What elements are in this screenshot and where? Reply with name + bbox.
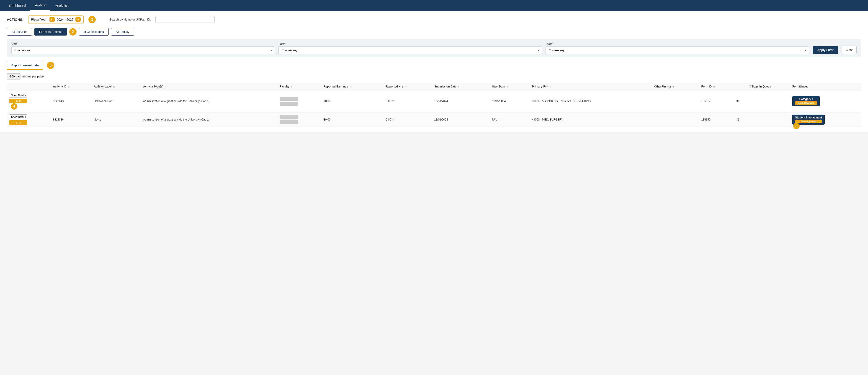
activity-label: Halloween Cat 1 [92,90,141,112]
other-units [652,112,699,127]
show-details-button[interactable]: Show Details [9,93,27,98]
form-queue-cell: Student InvolvementDept Approver3 [790,112,861,127]
reported-hrs: 0.00 hr [383,90,432,112]
fiscal-year-prev-button[interactable]: < [50,17,55,22]
step-badge-2: 2 [69,28,76,35]
form-id: 136317 [699,90,734,112]
col-header-form-queue[interactable]: Form/Queue [790,83,861,90]
submission-date: 11/01/2024 [432,112,490,127]
sort-icon-start-date: ⇅ [506,86,508,88]
table-row: Show Details🏷 048827613Halloween Cat 1Ad… [7,90,861,112]
activity-types: Administration of a grant outside the Un… [141,112,278,127]
tag-badge-button[interactable]: 🏷 0 [9,99,27,103]
sort-icon-form-id: ⇅ [713,86,715,88]
sort-icon-other-units: ⇅ [672,86,674,88]
sort-icon-activity-types: ↑ [165,86,166,88]
search-label: Search by Name or UCPath ID: [110,18,151,21]
col-header-activity-label[interactable]: Activity Label ⇅ [92,83,141,90]
sort-icon-reported-hrs: ⇅ [404,86,406,88]
activity-types: Administration of a grant outside the Un… [141,90,278,112]
per-page-row: 100 50 25 entries per page [7,73,861,80]
form-queue-sub-label: Dean Reviewer [795,101,817,105]
nav-dashboard[interactable]: Dashboard [5,0,30,11]
nav-auditor[interactable]: Auditor [30,0,50,11]
col-header-reported-hrs[interactable]: Reported Hrs ⇅ [383,83,432,90]
col-header-submission-date[interactable]: Submission Date ⇅ [432,83,490,90]
actions-row: ACTIONS: Fiscal Year: < 2024 - 2025 > 1 … [7,15,861,24]
sort-icon-faculty: ⇅ [291,86,292,88]
faculty [278,112,321,127]
fiscal-year-label: Fiscal Year: [31,18,48,21]
start-date: N/A [490,112,530,127]
tag-icon: 🏷 [16,121,18,124]
step-badge-5: 5 [47,62,54,69]
per-page-select[interactable]: 100 50 25 [7,73,21,80]
unit-filter-label: Unit: [11,42,275,45]
tag-icon: 🏷 [16,99,18,102]
tab-forms-in-process[interactable]: Forms in Process [34,28,67,35]
show-details-button[interactable]: Show Details [9,114,27,119]
col-header-days-in-queue[interactable]: # Days in Queue ⇅ [734,83,790,90]
col-header-start-date[interactable]: Start Date ⇅ [490,83,530,90]
clear-filter-button[interactable]: Clear [842,45,857,54]
step-badge-3: 3 [793,123,800,129]
activity-id: 8827613 [51,90,92,112]
sort-icon-primary-unit: ⇅ [550,86,552,88]
days-in-queue: 31 [734,112,790,127]
form-queue-label: Category I [799,97,813,101]
sort-icon-reported-earnings: ⇅ [349,86,351,88]
tag-badge-button[interactable]: 🏷 3 [9,120,27,125]
form-filter-select[interactable]: Choose any [278,46,542,54]
col-header-form-id[interactable]: Form ID ⇅ [699,83,734,90]
fiscal-year-value: 2024 - 2025 [57,18,73,22]
form-queue-label: Student Involvement [795,116,822,119]
tab-all-activities[interactable]: All Activities [7,28,32,35]
actions-label: ACTIONS: [7,18,24,22]
state-filter-label: State: [546,42,809,45]
top-navigation: Dashboard Auditor Analytics [0,0,868,11]
export-row: Export current data 5 [7,61,861,70]
form-filter-label: Form: [278,42,542,45]
fiscal-year-box: Fiscal Year: < 2024 - 2025 > [28,15,84,24]
tab-all-faculty[interactable]: All Faculty [111,28,134,35]
col-header-faculty[interactable]: Faculty ⇅ [278,83,321,90]
table-row: Show Details🏷 38828336Nov 1Administratio… [7,112,861,127]
form-filter-group: Form: Choose any [278,42,542,54]
col-header-other-units[interactable]: Other Unit(s) ⇅ [652,83,699,90]
col-header-activity-id[interactable]: Activity ID ⇅ [51,83,92,90]
unit-filter-group: Unit: Choose one [11,42,275,54]
col-header-activity-types[interactable]: Activity Type(s) ↑ [141,83,278,90]
apply-filter-button[interactable]: Apply Filter [813,46,838,54]
activity-id: 8828336 [51,112,92,127]
col-header-primary-unit[interactable]: Primary Unit ⇅ [530,83,652,90]
sort-icon-activity-id: ⇅ [68,86,70,88]
data-table: Activity ID ⇅ Activity Label ⇅ Activity … [7,83,861,127]
form-queue-button[interactable]: Category IDean Reviewer [792,96,820,106]
search-input[interactable] [155,16,215,23]
unit-filter-select[interactable]: Choose one [11,46,275,54]
col-header-reported-earnings[interactable]: Reported Earnings ⇅ [321,83,383,90]
export-button[interactable]: Export current data [7,61,43,70]
filter-row: Unit: Choose one Form: Choose any State:… [7,39,861,57]
form-queue-sub-label: Dept Approver [795,120,822,123]
state-filter-group: State: Choose any [546,42,809,54]
faculty [278,90,321,112]
sort-icon-activity-label: ⇅ [113,86,115,88]
other-units [652,90,699,112]
step-badge-4: 4 [11,103,17,110]
submission-date: 10/31/2024 [432,90,490,112]
step-badge-1: 1 [88,16,96,23]
tab-al-certifications[interactable]: al Certifications [79,28,109,35]
form-id: 136352 [699,112,734,127]
reported-hrs: 0.00 hr [383,112,432,127]
activity-label: Nov 1 [92,112,141,127]
nav-analytics[interactable]: Analytics [50,0,73,11]
action-cell: Show Details🏷 04 [7,90,51,112]
primary-unit: 49060 - MED: SURGERY [530,112,652,127]
sort-icon-submission-date: ⇅ [458,86,460,88]
sort-icon-days-in-queue: ⇅ [773,86,774,88]
tag-count: 3 [19,121,21,124]
fiscal-year-next-button[interactable]: > [75,17,81,22]
tabs-row: All Activities Forms in Process 2 al Cer… [7,28,861,35]
state-filter-select[interactable]: Choose any [546,46,809,54]
